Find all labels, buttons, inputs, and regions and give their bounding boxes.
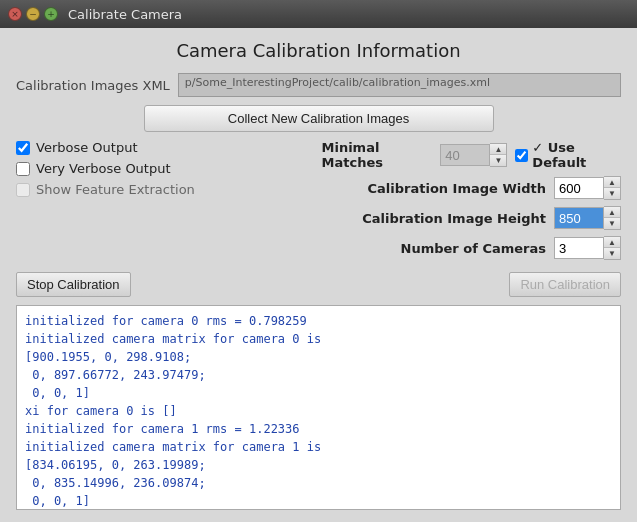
calib-width-spinner-btns: ▲ ▼ — [604, 176, 621, 200]
minimal-matches-spinner: ▲ ▼ — [440, 143, 507, 167]
page-title: Camera Calibration Information — [16, 40, 621, 61]
calib-width-row: Calibration Image Width ▲ ▼ — [322, 176, 622, 200]
main-content: Camera Calibration Information Calibrati… — [0, 28, 637, 522]
button-row: Stop Calibration Run Calibration — [16, 272, 621, 297]
right-options: Minimal Matches ▲ ▼ ✓ Use Default Calibr… — [322, 140, 622, 260]
very-verbose-label: Very Verbose Output — [36, 161, 171, 176]
show-feature-label: Show Feature Extraction — [36, 182, 195, 197]
calib-height-spinner-btns: ▲ ▼ — [604, 206, 621, 230]
titlebar: × − + Calibrate Camera — [0, 0, 637, 28]
num-cameras-up[interactable]: ▲ — [604, 237, 620, 248]
calib-height-down[interactable]: ▼ — [604, 218, 620, 229]
num-cameras-label: Number of Cameras — [401, 241, 546, 256]
window-controls: × − + — [8, 7, 58, 21]
minimal-matches-spinner-btns: ▲ ▼ — [490, 143, 507, 167]
minimal-matches-down[interactable]: ▼ — [490, 155, 506, 166]
minimal-matches-row: Minimal Matches ▲ ▼ ✓ Use Default — [322, 140, 622, 170]
verbose-label: Verbose Output — [36, 140, 138, 155]
close-button[interactable]: × — [8, 7, 22, 21]
output-line: xi for camera 0 is [] — [25, 402, 612, 420]
output-line: 0, 0, 1] — [25, 492, 612, 510]
calib-height-input[interactable] — [554, 207, 604, 229]
collect-images-button[interactable]: Collect New Calibration Images — [144, 105, 494, 132]
minimal-matches-label: Minimal Matches — [322, 140, 433, 170]
titlebar-title: Calibrate Camera — [68, 7, 182, 22]
output-line: initialized camera matrix for camera 1 i… — [25, 438, 612, 456]
output-area[interactable]: initialized for camera 0 rms = 0.798259i… — [16, 305, 621, 510]
maximize-button[interactable]: + — [44, 7, 58, 21]
verbose-checkbox[interactable] — [16, 141, 30, 155]
minimal-matches-up[interactable]: ▲ — [490, 144, 506, 155]
collect-btn-row: Collect New Calibration Images — [16, 105, 621, 132]
run-calibration-button[interactable]: Run Calibration — [509, 272, 621, 297]
show-feature-row: Show Feature Extraction — [16, 182, 316, 197]
output-line: initialized camera matrix for camera 0 i… — [25, 330, 612, 348]
very-verbose-row: Very Verbose Output — [16, 161, 316, 176]
xml-field[interactable]: p/Some_InterestingProject/calib/calibrat… — [178, 73, 621, 97]
output-line: [900.1955, 0, 298.9108; — [25, 348, 612, 366]
minimal-matches-input — [440, 144, 490, 166]
num-cameras-row: Number of Cameras ▲ ▼ — [322, 236, 622, 260]
output-line: 0, 835.14996, 236.09874; — [25, 474, 612, 492]
very-verbose-checkbox[interactable] — [16, 162, 30, 176]
num-cameras-spinner: ▲ ▼ — [554, 236, 621, 260]
output-line: initialized for camera 0 rms = 0.798259 — [25, 312, 612, 330]
verbose-row: Verbose Output — [16, 140, 316, 155]
calib-width-spinner: ▲ ▼ — [554, 176, 621, 200]
calib-height-label: Calibration Image Height — [362, 211, 546, 226]
calib-height-row: Calibration Image Height ▲ ▼ — [322, 206, 622, 230]
xml-label: Calibration Images XML — [16, 78, 170, 93]
num-cameras-spinner-btns: ▲ ▼ — [604, 236, 621, 260]
calib-width-up[interactable]: ▲ — [604, 177, 620, 188]
calib-height-up[interactable]: ▲ — [604, 207, 620, 218]
use-default-checkbox[interactable] — [515, 149, 528, 162]
output-line: 0, 0, 1] — [25, 384, 612, 402]
options-grid: Verbose Output Very Verbose Output Show … — [16, 140, 621, 260]
left-options: Verbose Output Very Verbose Output Show … — [16, 140, 316, 260]
output-line: initialized for camera 1 rms = 1.22336 — [25, 420, 612, 438]
calib-height-spinner: ▲ ▼ — [554, 206, 621, 230]
stop-calibration-button[interactable]: Stop Calibration — [16, 272, 131, 297]
num-cameras-input[interactable] — [554, 237, 604, 259]
use-default-row: ✓ Use Default — [515, 140, 621, 170]
output-line: [834.06195, 0, 263.19989; — [25, 456, 612, 474]
calib-width-input[interactable] — [554, 177, 604, 199]
use-default-label: ✓ Use Default — [532, 140, 621, 170]
show-feature-checkbox[interactable] — [16, 183, 30, 197]
minimize-button[interactable]: − — [26, 7, 40, 21]
calib-width-down[interactable]: ▼ — [604, 188, 620, 199]
num-cameras-down[interactable]: ▼ — [604, 248, 620, 259]
calib-width-label: Calibration Image Width — [368, 181, 546, 196]
xml-row: Calibration Images XML p/Some_Interestin… — [16, 73, 621, 97]
output-line: 0, 897.66772, 243.97479; — [25, 366, 612, 384]
